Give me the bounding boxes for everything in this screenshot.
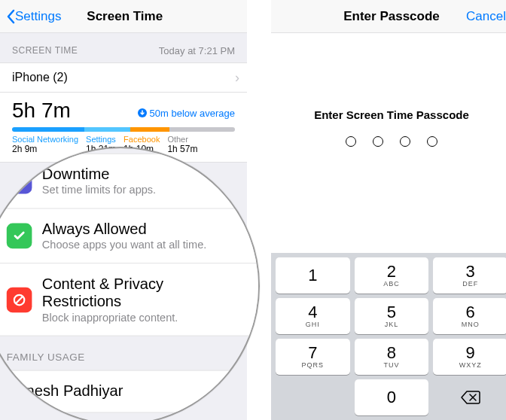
key-3[interactable]: 3DEF [433,257,506,294]
passcode-title: Enter Passcode [330,9,453,24]
section-label: SCREEN TIME [12,45,78,56]
row-content-privacy-title: Content & Privacy Restrictions [42,275,224,311]
key-4[interactable]: 4GHI [276,298,350,334]
section-timestamp: Today at 7:21 PM [159,45,235,56]
back-button[interactable]: Settings [6,9,61,24]
row-content-privacy-sub: Block inappropriate content. [42,311,224,324]
passcode-prompt: Enter Screen Time Passcode [271,33,506,121]
family-usage-label: FAMILY USAGE [7,352,85,364]
always-allowed-icon [7,224,32,249]
passcode-dot [346,136,356,147]
navbar: Settings Screen Time [0,0,247,33]
cat-label-settings: Settings [86,135,116,144]
device-row[interactable]: iPhone (2) › [0,62,247,93]
numeric-keypad: 1 2ABC 3DEF 4GHI 5JKL 6MNO 7PQRS 8TUV 9W… [271,253,506,420]
row-always-allowed[interactable]: Always Allowed Choose apps you want at a… [0,209,260,264]
cat-time-other: 1h 57m [167,144,197,154]
total-usage-time: 5h 7m [12,99,71,123]
bar-facebook [130,127,169,132]
usage-average: 50m below average [138,108,235,119]
cat-label-social: Social Networking [12,135,78,144]
key-0[interactable]: 0 [355,379,429,415]
bar-other [169,127,235,132]
row-always-allowed-title: Always Allowed [42,221,207,239]
chevron-right-icon: › [235,70,239,86]
key-8[interactable]: 8TUV [355,339,429,375]
page-title: Screen Time [61,9,188,24]
bar-social [12,127,84,132]
cat-time-social: 2h 9m [12,144,78,154]
svg-line-3 [16,296,23,303]
row-content-privacy[interactable]: Content & Privacy Restrictions Block ina… [0,263,260,336]
passcode-dot [427,136,437,147]
device-name: iPhone (2) [12,71,68,84]
section-header-family: FAMILY USAGE [0,336,260,370]
usage-average-text: 50m below average [150,108,235,119]
chevron-back-icon [6,9,15,24]
passcode-dot [400,136,410,147]
row-downtime-title: Downtime [42,166,156,184]
row-downtime-sub: Set time limits for apps. [42,184,156,196]
delete-icon [461,391,480,404]
bar-settings [84,127,130,132]
key-blank [276,379,350,415]
key-5[interactable]: 5JKL [355,298,429,334]
key-delete[interactable] [433,379,506,415]
section-header-screen-time: SCREEN TIME Today at 7:21 PM [0,33,247,62]
usage-bar [12,127,235,132]
key-7[interactable]: 7PQRS [276,339,350,375]
key-2[interactable]: 2ABC [355,257,429,294]
passcode-dot [373,136,383,147]
passcode-dots [271,136,506,147]
key-6[interactable]: 6MNO [433,298,506,334]
arrow-down-icon [138,108,147,117]
cancel-label: Cancel [466,9,506,24]
back-label: Settings [15,9,61,24]
cancel-button[interactable]: Cancel [453,9,506,24]
navbar-passcode: Enter Passcode Cancel [271,0,506,33]
key-9[interactable]: 9WXYZ [433,339,506,375]
key-1[interactable]: 1 [276,257,350,294]
cat-label-facebook: Facebook [123,135,160,144]
row-always-allowed-sub: Choose apps you want at all time. [42,239,207,251]
cat-label-other: Other [167,135,197,144]
content-privacy-icon [7,287,32,312]
